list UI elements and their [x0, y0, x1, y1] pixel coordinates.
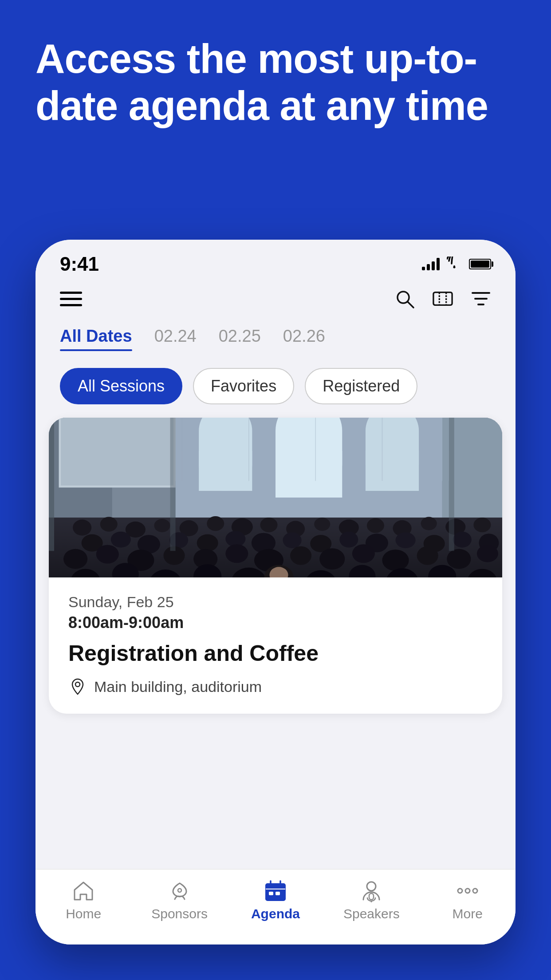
tab-sponsors-label: Sponsors [151, 906, 208, 921]
svg-point-45 [367, 518, 384, 533]
session-venue-image [49, 418, 502, 577]
svg-point-72 [290, 546, 311, 565]
svg-point-111 [473, 889, 477, 893]
svg-rect-95 [170, 418, 176, 551]
svg-point-41 [260, 518, 277, 532]
registered-filter[interactable]: Registered [305, 368, 417, 404]
svg-point-98 [178, 889, 181, 892]
svg-point-75 [382, 549, 409, 571]
tab-more[interactable]: More [439, 878, 496, 921]
agenda-icon [263, 878, 287, 903]
svg-point-54 [197, 534, 218, 552]
svg-point-63 [453, 532, 472, 548]
tab-sponsors[interactable]: Sponsors [151, 878, 209, 921]
session-info: Sunday, Feb 25 8:00am-9:00am Registratio… [49, 577, 502, 714]
date-tab-0224[interactable]: 02.24 [154, 327, 197, 350]
svg-rect-99 [266, 884, 285, 901]
session-location: Main building, auditorium [68, 677, 483, 696]
status-icons [422, 257, 491, 272]
svg-point-97 [75, 682, 80, 687]
svg-rect-107 [369, 893, 374, 900]
svg-point-43 [314, 518, 330, 531]
svg-rect-30 [61, 418, 173, 486]
signal-icon [422, 258, 440, 270]
top-nav [35, 280, 516, 318]
svg-point-66 [96, 545, 119, 564]
ticket-button[interactable] [433, 288, 453, 309]
svg-rect-3 [433, 292, 452, 305]
svg-point-110 [465, 889, 470, 893]
tab-bar: Home Sponsors [35, 869, 516, 944]
date-tab-0226[interactable]: 02.26 [283, 327, 325, 350]
filter-button[interactable] [471, 288, 491, 309]
svg-rect-20 [366, 451, 419, 491]
tab-agenda[interactable]: Agenda [247, 878, 304, 921]
date-filter-tabs: All Dates 02.24 02.25 02.26 [35, 318, 516, 355]
svg-point-37 [154, 519, 170, 532]
svg-point-74 [352, 544, 375, 563]
wifi-icon [447, 257, 462, 272]
tab-speakers-label: Speakers [343, 906, 400, 921]
svg-point-73 [319, 548, 345, 569]
tab-more-label: More [453, 906, 483, 921]
svg-rect-16 [199, 451, 252, 491]
svg-point-57 [283, 532, 302, 548]
svg-line-2 [408, 302, 413, 308]
tab-home-label: Home [66, 906, 101, 921]
speakers-icon [359, 878, 384, 903]
svg-point-49 [473, 518, 491, 532]
hamburger-menu-button[interactable] [60, 292, 82, 306]
sponsors-icon [167, 878, 192, 903]
location-pin-icon [68, 677, 87, 696]
svg-rect-104 [269, 892, 273, 895]
session-time: 8:00am-9:00am [68, 613, 483, 632]
svg-point-78 [477, 545, 498, 562]
svg-point-76 [417, 546, 438, 565]
status-time: 9:41 [60, 253, 99, 275]
svg-point-59 [339, 532, 358, 548]
svg-point-0 [453, 266, 456, 268]
svg-point-109 [458, 889, 462, 893]
hero-title: Access the most up-to-date agenda at any… [35, 36, 516, 130]
svg-rect-96 [449, 418, 454, 551]
svg-point-47 [421, 517, 437, 530]
svg-rect-94 [49, 418, 54, 551]
battery-icon [469, 259, 491, 269]
svg-point-35 [100, 517, 118, 532]
session-filter-buttons: All Sessions Favorites Registered [35, 355, 516, 413]
search-button[interactable] [394, 288, 415, 309]
all-sessions-filter[interactable]: All Sessions [60, 368, 182, 404]
svg-point-70 [225, 544, 248, 563]
svg-point-65 [63, 549, 87, 569]
svg-rect-105 [276, 892, 280, 895]
home-icon [71, 878, 96, 903]
date-tab-all[interactable]: All Dates [60, 327, 132, 350]
status-bar: 9:41 [35, 240, 516, 280]
svg-point-39 [207, 516, 224, 531]
session-card[interactable]: Sunday, Feb 25 8:00am-9:00am Registratio… [49, 418, 502, 714]
session-date: Sunday, Feb 25 [68, 593, 483, 611]
svg-point-51 [111, 532, 131, 548]
session-location-text: Main building, auditorium [94, 678, 262, 695]
tab-agenda-label: Agenda [251, 906, 300, 921]
svg-point-77 [447, 549, 471, 569]
tab-home[interactable]: Home [55, 878, 112, 921]
svg-point-61 [396, 532, 416, 548]
favorites-filter[interactable]: Favorites [193, 368, 294, 404]
nav-right-icons [394, 288, 491, 309]
svg-point-34 [73, 520, 91, 536]
more-icon [455, 878, 480, 903]
tab-speakers[interactable]: Speakers [342, 878, 400, 921]
svg-point-106 [367, 882, 376, 891]
phone-mockup: 9:41 [35, 240, 516, 944]
svg-rect-18 [276, 451, 342, 498]
session-title: Registration and Coffee [68, 640, 483, 667]
date-tab-0225[interactable]: 02.25 [219, 327, 261, 350]
